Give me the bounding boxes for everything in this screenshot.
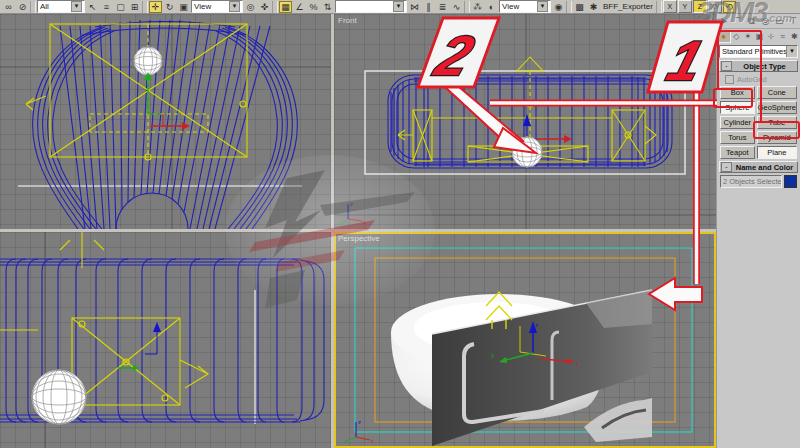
material-editor-icon[interactable]: ◐: [485, 1, 498, 13]
snaps-toggle-icon[interactable]: ▦: [279, 1, 292, 13]
viewport-left[interactable]: [0, 232, 331, 448]
select-by-name-icon[interactable]: ≡: [100, 1, 113, 13]
collapse-icon[interactable]: -: [721, 61, 732, 71]
sphere-object-front[interactable]: [512, 137, 542, 167]
named-selection-sets-dropdown[interactable]: ▼: [335, 0, 407, 13]
subclass-dropdown[interactable]: Standard Primitives ▼: [719, 45, 798, 58]
axis-constraint-y-button[interactable]: Y: [678, 0, 692, 13]
dropdown-arrow-icon[interactable]: ▼: [393, 1, 404, 12]
rectangular-selection-region-icon[interactable]: ▢: [114, 1, 127, 13]
render-setup-icon[interactable]: ▩: [573, 1, 586, 13]
use-pivot-center-icon[interactable]: ◎: [244, 1, 257, 13]
axis-constraint-x-button[interactable]: X: [663, 0, 677, 13]
schematic-view-icon[interactable]: ⁂: [471, 1, 484, 13]
object-color-swatch[interactable]: [784, 175, 797, 188]
collapse-icon[interactable]: -: [721, 162, 732, 172]
select-and-manipulate-icon[interactable]: ✜: [258, 1, 271, 13]
svg-text:x: x: [576, 360, 579, 366]
view-dropdown[interactable]: View ▼: [499, 0, 551, 13]
hierarchy-tab-icon[interactable]: ⧉: [745, 14, 759, 28]
dropdown-arrow-icon[interactable]: ▼: [786, 46, 797, 57]
toolbar-separator: [272, 1, 278, 13]
teapot-button[interactable]: Teapot: [720, 146, 755, 159]
name-color-row: 2 Objects Selected: [720, 175, 797, 188]
layer-manager-icon[interactable]: ≣: [436, 1, 449, 13]
select-and-rotate-icon[interactable]: ↻: [163, 1, 176, 13]
plane-helper-side[interactable]: [0, 232, 208, 405]
command-panel-tabs: ➤ ⌒ ⧉ ◎ ▭ ⊤: [717, 14, 800, 29]
cone-button[interactable]: Cone: [757, 86, 797, 99]
select-and-scale-icon[interactable]: ▣: [177, 1, 190, 13]
geometry-category-icon[interactable]: ●: [717, 30, 731, 43]
display-tab-icon[interactable]: ▭: [772, 14, 786, 28]
autogrid-row: AutoGrid: [725, 74, 800, 84]
tube-button[interactable]: Tube: [757, 116, 797, 129]
command-panel: ➤ ⌒ ⧉ ◎ ▭ ⊤ ● ◇ ✶ ▣ ⊹ ≈ ✱ Standard Primi…: [716, 14, 800, 448]
space-warps-category-icon[interactable]: ≈: [777, 30, 789, 43]
dropdown-arrow-icon[interactable]: ▼: [71, 1, 82, 12]
create-tab-icon[interactable]: ➤: [717, 14, 731, 28]
align-icon[interactable]: ∥: [422, 1, 435, 13]
sphere-object-side[interactable]: [32, 370, 86, 424]
object-type-rollout[interactable]: - Object Type: [719, 60, 798, 72]
torus-button[interactable]: Torus: [720, 131, 755, 144]
display-toggle-icon[interactable]: ◉: [552, 1, 565, 13]
lights-category-icon[interactable]: ✶: [742, 30, 754, 43]
axis-constraint-xy-button[interactable]: XY: [708, 0, 722, 13]
svg-text:z: z: [350, 201, 353, 207]
modify-tab-icon[interactable]: ⌒: [731, 14, 745, 28]
dropdown-arrow-icon[interactable]: ▼: [537, 1, 548, 12]
selection-filter-dropdown[interactable]: All ▼: [37, 0, 85, 13]
selection-filter-value: All: [40, 1, 49, 12]
front-viewport-wireframe: z x: [334, 14, 716, 229]
autogrid-checkbox[interactable]: [725, 75, 734, 84]
percent-snap-icon[interactable]: %: [307, 1, 320, 13]
name-and-color-rollout[interactable]: - Name and Color: [719, 161, 798, 173]
systems-category-icon[interactable]: ✱: [788, 30, 800, 43]
viewport-perspective[interactable]: Perspective: [334, 232, 716, 448]
viewport-label-front[interactable]: Front: [338, 16, 357, 25]
viewport-front[interactable]: Front: [334, 14, 716, 229]
exporter-label[interactable]: BFF_Exporter: [601, 2, 655, 11]
unlink-selection-icon[interactable]: ⊘: [16, 1, 29, 13]
angle-snap-icon[interactable]: ∠: [293, 1, 306, 13]
geosphere-button[interactable]: GeoSphere: [757, 101, 797, 114]
helpers-category-icon[interactable]: ⊹: [765, 30, 777, 43]
object-name-field[interactable]: 2 Objects Selected: [720, 175, 782, 188]
dropdown-arrow-icon[interactable]: ▼: [229, 1, 240, 12]
toolbar-separator: [30, 1, 36, 13]
select-object-icon[interactable]: ↖: [86, 1, 99, 13]
cylinder-button[interactable]: Cylinder: [720, 116, 755, 129]
svg-text:x: x: [371, 438, 374, 444]
cameras-category-icon[interactable]: ▣: [754, 30, 766, 43]
svg-text:x: x: [363, 219, 366, 225]
rotate-reference-icon[interactable]: ⟲: [723, 1, 736, 13]
axis-constraint-z-button[interactable]: Z: [693, 0, 707, 13]
box-button[interactable]: Box: [720, 86, 755, 99]
viewport-label-perspective[interactable]: Perspective: [338, 234, 380, 243]
window-crossing-icon[interactable]: ⊞: [128, 1, 141, 13]
svg-text:z: z: [358, 419, 361, 425]
mirror-icon[interactable]: ⋈: [408, 1, 421, 13]
spinner-snap-icon[interactable]: ⇅: [321, 1, 334, 13]
sphere-object-top[interactable]: [134, 47, 162, 75]
transform-gizmo[interactable]: [118, 322, 161, 371]
application-window: ∞ ⊘ All ▼ ↖ ≡ ▢ ⊞ ✛ ↻ ▣ View ▼ ◎ ✜ ▦ ∠ %…: [0, 0, 800, 448]
viewport-top[interactable]: [0, 14, 331, 229]
shapes-category-icon[interactable]: ◇: [731, 30, 743, 43]
reference-coordinate-value: View: [194, 1, 211, 12]
reference-coordinate-dropdown[interactable]: View ▼: [191, 0, 243, 13]
main-toolbar: ∞ ⊘ All ▼ ↖ ≡ ▢ ⊞ ✛ ↻ ▣ View ▼ ◎ ✜ ▦ ∠ %…: [0, 0, 800, 14]
exporter-gear-icon[interactable]: ✱: [587, 1, 600, 13]
rollout-title: Name and Color: [732, 163, 797, 172]
utilities-tab-icon[interactable]: ⊤: [786, 14, 800, 28]
autogrid-label: AutoGrid: [737, 75, 767, 84]
motion-tab-icon[interactable]: ◎: [758, 14, 772, 28]
sphere-button[interactable]: Sphere: [720, 101, 755, 114]
select-and-move-icon[interactable]: ✛: [149, 1, 162, 13]
pyramid-button[interactable]: Pyramid: [757, 131, 797, 144]
curve-editor-icon[interactable]: ∿: [450, 1, 463, 13]
transform-gizmo[interactable]: [144, 72, 190, 130]
select-and-link-icon[interactable]: ∞: [2, 1, 15, 13]
plane-button[interactable]: Plane: [757, 146, 797, 159]
